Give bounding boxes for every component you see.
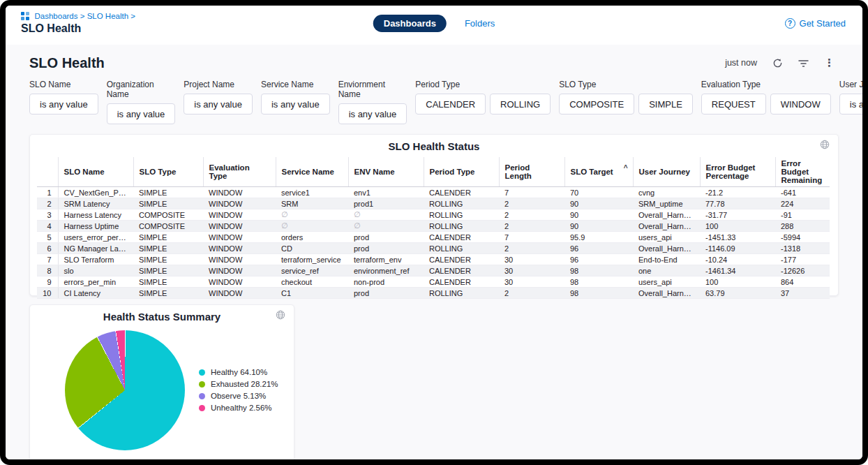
table-cell: -12626 — [775, 265, 830, 276]
column-header[interactable]: Period Type — [424, 157, 499, 187]
row-number: 7 — [37, 254, 58, 265]
filter-label: Project Name — [184, 80, 253, 89]
table-cell: CALENDER — [424, 276, 499, 288]
table-cell: users_error_per_min — [58, 232, 133, 243]
table-cell: non-prod — [348, 276, 424, 288]
breadcrumb-link[interactable]: Dashboards — [35, 12, 78, 20]
get-started-label: Get Started — [800, 18, 846, 29]
filter-icon[interactable] — [798, 59, 809, 68]
filter-chip[interactable]: ROLLING — [490, 94, 551, 115]
column-header-label: Evaluation Type — [209, 163, 250, 180]
filter-chips: is any value — [184, 94, 253, 115]
filter-chip[interactable]: is any value — [29, 94, 98, 115]
dashboard-content: SLO Health just now ⋮ SLO Nameis any val… — [6, 45, 862, 459]
filter-chip[interactable]: is any value — [839, 94, 868, 115]
filter-chip[interactable]: CALENDER — [415, 94, 486, 115]
table-cell: SIMPLE — [133, 187, 203, 198]
column-header-label: SLO Type — [140, 168, 177, 176]
table-row[interactable]: 4Harness UptimeCOMPOSITEWINDOW∅∅ROLLING2… — [37, 221, 830, 232]
globe-icon[interactable] — [820, 140, 830, 149]
health-summary-panel: Health Status Summary Healthy 64.10%Exha… — [29, 304, 294, 464]
filter-bar: SLO Nameis any valueOrganization Nameis … — [29, 80, 839, 124]
column-header[interactable]: ENV Name — [348, 157, 424, 187]
table-cell: SIMPLE — [133, 243, 203, 254]
table-row[interactable]: 6NG Manager LatencySIMPLEWINDOWCDprodROL… — [37, 243, 830, 254]
table-cell: 96 — [564, 254, 633, 265]
legend-item[interactable]: Exhausted 28.21% — [199, 378, 278, 390]
table-body: 1CV_NextGen_ProdSIMPLEWINDOWservice1env1… — [37, 187, 830, 299]
table-cell: 288 — [775, 221, 830, 232]
column-header[interactable]: Service Name — [276, 157, 348, 187]
filter-chip[interactable]: SIMPLE — [638, 94, 693, 115]
globe-icon[interactable] — [276, 310, 285, 320]
table-cell: SIMPLE — [133, 276, 203, 288]
table-cell: WINDOW — [203, 276, 276, 288]
column-header[interactable]: Evaluation Type — [203, 157, 276, 187]
row-number: 5 — [37, 232, 58, 243]
table-cell: WINDOW — [203, 221, 276, 232]
filter-chip[interactable]: is any value — [261, 94, 330, 115]
column-header[interactable]: SLO Target^ — [564, 157, 633, 187]
table-cell: CALENDER — [424, 232, 499, 243]
filter-group-period-type: Period TypeCALENDERROLLING — [415, 80, 551, 124]
column-header[interactable]: Error Budget Remaining — [775, 157, 830, 187]
filter-group-project-name: Project Nameis any value — [184, 80, 253, 124]
table-cell: cvng — [633, 187, 700, 198]
table-cell: 2 — [499, 198, 564, 209]
table-cell: service1 — [276, 187, 348, 198]
table-cell: environment_ref — [348, 265, 424, 276]
table-cell: prod1 — [348, 198, 424, 209]
table-cell: 100 — [700, 221, 775, 232]
table-row[interactable]: 3Harness LatencyCOMPOSITEWINDOW∅∅ROLLING… — [37, 209, 830, 221]
table-cell: 7 — [499, 187, 564, 198]
filter-chip[interactable]: is any value — [338, 103, 407, 124]
table-cell: Overall_Harness — [633, 243, 700, 254]
filter-label: SLO Name — [29, 80, 98, 89]
filter-chip[interactable]: is any value — [107, 103, 176, 124]
table-row[interactable]: 10CI LatencySIMPLEWINDOWC1prodROLLING298… — [37, 288, 830, 299]
table-cell: 70 — [564, 187, 633, 198]
column-header[interactable]: Error Budget Percentage — [700, 157, 775, 187]
table-cell: SIMPLE — [133, 288, 203, 299]
filter-group-user-journey: User Journeyis any value — [839, 80, 868, 124]
tab-dashboards[interactable]: Dashboards — [373, 15, 447, 32]
table-cell: COMPOSITE — [133, 221, 203, 232]
refresh-icon[interactable] — [772, 58, 783, 68]
filter-group-service-name: Service Nameis any value — [261, 80, 330, 124]
get-started-link[interactable]: ? Get Started — [785, 18, 846, 29]
filter-chip[interactable]: is any value — [184, 94, 253, 115]
sort-ascending-icon[interactable]: ^ — [624, 164, 628, 172]
table-cell: 100 — [700, 276, 775, 288]
column-header[interactable]: Period Length — [499, 157, 564, 187]
table-row[interactable]: 1CV_NextGen_ProdSIMPLEWINDOWservice1env1… — [37, 187, 830, 198]
pie-chart[interactable] — [65, 330, 185, 450]
column-header[interactable]: SLO Name — [58, 157, 133, 187]
kebab-menu-icon[interactable]: ⋮ — [824, 57, 835, 69]
table-row[interactable]: 8sloSIMPLEWINDOWservice_refenvironment_r… — [37, 265, 830, 276]
filter-chip[interactable]: WINDOW — [770, 94, 831, 115]
row-number: 2 — [37, 198, 58, 209]
table-cell: 98 — [564, 276, 633, 288]
column-header[interactable]: SLO Type — [133, 157, 203, 187]
row-number: 10 — [37, 288, 58, 299]
legend-dot — [199, 369, 205, 376]
table-row[interactable]: 9errors_per_minSIMPLEWINDOWcheckoutnon-p… — [37, 276, 830, 288]
legend-dot — [199, 393, 205, 399]
filter-chip[interactable]: REQUEST — [701, 94, 766, 115]
breadcrumb-link[interactable]: SLO Health — [87, 12, 128, 20]
column-header[interactable]: User Journey — [633, 157, 700, 187]
legend-item[interactable]: Healthy 64.10% — [199, 367, 278, 378]
legend-item[interactable]: Observe 5.13% — [199, 390, 278, 402]
table-row[interactable]: 7SLO TerraformSIMPLEWINDOWterraform_serv… — [37, 254, 830, 265]
filter-chips: COMPOSITESIMPLE — [559, 94, 693, 115]
table-cell: 864 — [775, 276, 830, 288]
legend-item[interactable]: Unhealthy 2.56% — [199, 402, 278, 414]
legend-label: Unhealthy 2.56% — [211, 402, 272, 414]
tab-folders[interactable]: Folders — [465, 15, 495, 32]
dashboard-toolbar: just now ⋮ — [725, 57, 839, 69]
column-header-label: ENV Name — [354, 168, 395, 176]
filter-chip[interactable]: COMPOSITE — [559, 94, 634, 115]
table-cell: -10.24 — [700, 254, 775, 265]
table-row[interactable]: 2SRM LatencySIMPLEWINDOWSRMprod1ROLLING2… — [37, 198, 830, 209]
table-row[interactable]: 5users_error_per_minSIMPLEWINDOWorderspr… — [37, 232, 830, 243]
